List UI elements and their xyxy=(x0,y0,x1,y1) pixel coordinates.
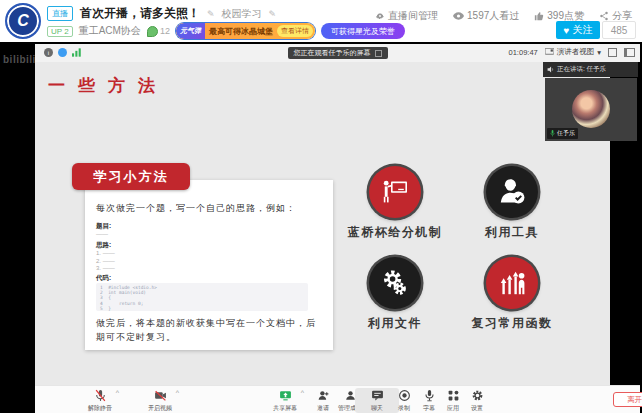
caret-up-icon[interactable]: ^ xyxy=(176,389,179,396)
watching-screen-pill[interactable]: 您正在观看任予乐的屏幕 xyxy=(288,47,388,59)
sidebar-toggle-icon[interactable] xyxy=(624,48,635,57)
speaking-banner: 正在讲话: 任予乐 xyxy=(543,62,638,77)
camera-off-icon xyxy=(154,389,167,402)
speaker-icon xyxy=(547,66,554,73)
edit-title-icon[interactable]: ✎ xyxy=(207,9,215,19)
slide-item-circle xyxy=(369,166,421,218)
heart-icon: ♥ xyxy=(564,25,570,36)
mic-active-icon xyxy=(550,130,555,137)
event-banner[interactable]: 元气弹 最高可得冰晶城堡 查看详情 xyxy=(176,23,315,39)
eye-icon xyxy=(453,12,464,20)
fan-medal: 12 xyxy=(147,26,170,37)
caret-up-icon[interactable]: ^ xyxy=(116,389,119,396)
gear-icon xyxy=(375,11,385,21)
fullscreen-icon[interactable] xyxy=(608,48,617,57)
bilibili-watermark: bilibili xyxy=(3,54,36,65)
meeting-toolbar: ^ 解除静音 ^ 开启视频 ^ 共享屏幕 邀请 管理成员 xyxy=(35,385,640,413)
reward-pill[interactable]: 可获得星光及荣誉 xyxy=(321,23,405,39)
meeting-timer: 01:09:47 xyxy=(509,48,538,57)
stream-title: 首次开播，请多关照！ xyxy=(80,5,200,22)
code-snippet: 1 #include <stdio.h> 2 int main(void) 3 … xyxy=(96,283,308,311)
follow-count: 485 xyxy=(602,21,636,39)
live-video-player[interactable]: bilibili i 您正在观看任予乐的屏幕 01:09:47 演讲者视图 ▾ xyxy=(0,42,642,413)
share-icon xyxy=(599,11,609,21)
security-icon[interactable] xyxy=(58,48,67,57)
slide-title: 一些方法 xyxy=(48,74,168,97)
bilibili-live-page: C 直播 首次开播，请多关照！ ✎ 校园学习 ✎ 直播间管理 1597人看过 3… xyxy=(0,0,642,413)
network-signal-icon[interactable] xyxy=(72,48,82,57)
chart-growth-icon xyxy=(496,267,528,299)
mic-off-icon xyxy=(94,389,107,402)
follow-button[interactable]: ♥ 关注 xyxy=(556,21,600,39)
layout-icon xyxy=(545,48,554,56)
manage-room[interactable]: 直播间管理 xyxy=(375,9,438,23)
toolbar-item-settings[interactable]: 设置 xyxy=(455,389,499,413)
up-badge: UP 2 xyxy=(47,26,73,37)
chevron-down-icon: ▾ xyxy=(597,48,601,57)
medal-icon xyxy=(147,26,158,37)
live-header: C 直播 首次开播，请多关照！ ✎ 校园学习 ✎ 直播间管理 1597人看过 3… xyxy=(0,0,642,42)
meeting-topbar: i 您正在观看任予乐的屏幕 01:09:47 演讲者视图 ▾ xyxy=(35,44,640,62)
shared-screen-slide: 一些方法 学习小方法 每次做完一个题，写一个自己的思路，例如： 题目: —— 思… xyxy=(35,62,610,385)
participant-name-chip: 任予乐 xyxy=(547,128,578,139)
slide-item-circle xyxy=(369,257,421,309)
slide-tag: 学习小方法 xyxy=(72,163,190,190)
viewer-count: 1597人看过 xyxy=(453,9,519,23)
leave-meeting-button[interactable]: 离开会议 xyxy=(613,392,642,407)
participant-avatar xyxy=(572,90,610,128)
meeting-status-icons: i xyxy=(44,48,82,57)
info-icon[interactable]: i xyxy=(44,48,53,57)
gears-icon xyxy=(379,267,411,299)
blackboard-icon xyxy=(379,176,411,208)
method-card: 每次做完一个题，写一个自己的思路，例如： 题目: —— 思路: 1. —— 2.… xyxy=(85,180,333,350)
event-cta[interactable]: 查看详情 xyxy=(277,25,313,37)
view-mode-selector[interactable]: 演讲者视图 ▾ xyxy=(545,47,601,57)
edit-category-icon[interactable]: ✎ xyxy=(269,9,277,19)
follow-area: ♥ 关注 485 xyxy=(556,21,636,39)
live-badge: 直播 xyxy=(47,6,73,21)
slide-item-circle xyxy=(486,257,538,309)
toolbar-item-start-video[interactable]: ^ 开启视频 xyxy=(138,389,182,413)
thumbs-up-icon xyxy=(534,11,544,21)
streamer-logo[interactable]: C xyxy=(5,3,41,39)
header-title-row: 直播 首次开播，请多关照！ ✎ 校园学习 ✎ xyxy=(47,5,276,22)
share-screen-icon xyxy=(279,389,292,402)
toolbar-item-unmute[interactable]: ^ 解除静音 xyxy=(78,389,122,413)
stream-category[interactable]: 校园学习 xyxy=(222,7,262,21)
slide-item-circle xyxy=(486,166,538,218)
pill-detail-icon xyxy=(375,50,382,57)
event-brand: 元气弹 xyxy=(176,23,205,39)
participant-video-tile[interactable]: 任予乐 xyxy=(545,78,637,141)
up-name[interactable]: 重工ACM协会 xyxy=(79,24,141,38)
settings-gear-icon xyxy=(471,389,484,402)
person-check-icon xyxy=(496,176,528,208)
header-up-row: UP 2 重工ACM协会 12 元气弹 最高可得冰晶城堡 查看详情 可获得星光及… xyxy=(47,23,405,39)
meeting-topbar-right: 01:09:47 演讲者视图 ▾ xyxy=(509,47,635,57)
